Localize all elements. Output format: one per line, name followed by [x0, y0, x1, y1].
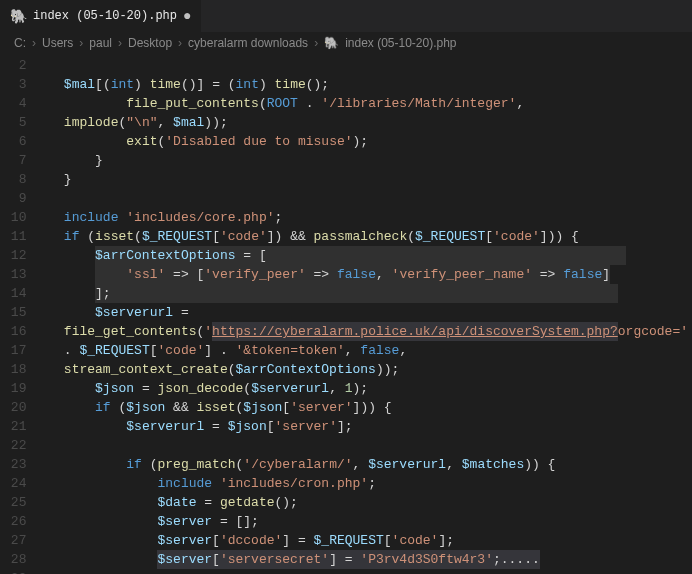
- code-line[interactable]: if (preg_match('/cyberalarm/', $serverur…: [40, 455, 688, 474]
- chevron-right-icon: ›: [79, 36, 83, 50]
- line-number: 28: [0, 550, 26, 569]
- line-number: 18: [0, 360, 26, 379]
- code-line[interactable]: $arrContextOptions = [: [40, 246, 688, 265]
- tab-active[interactable]: 🐘 index (05-10-20).php ●: [0, 0, 202, 32]
- tab-label: index (05-10-20).php: [33, 9, 177, 23]
- line-number: 25: [0, 493, 26, 512]
- line-gutter: 2 3 4 5 6 7 8 9 10 11 12 13 14 15 16 17 …: [0, 56, 40, 574]
- line-number: 6: [0, 132, 26, 151]
- code-line[interactable]: ];: [40, 284, 688, 303]
- line-number: 26: [0, 512, 26, 531]
- line-number: 17: [0, 341, 26, 360]
- code-content[interactable]: $mal[(int) time()] = (int) time(); file_…: [40, 56, 692, 574]
- line-number: 9: [0, 189, 26, 208]
- line-number: 15: [0, 303, 26, 322]
- line-number: 3: [0, 75, 26, 94]
- php-icon: 🐘: [324, 36, 339, 50]
- chevron-right-icon: ›: [118, 36, 122, 50]
- code-line[interactable]: include 'includes/cron.php';: [40, 474, 688, 493]
- chevron-right-icon: ›: [314, 36, 318, 50]
- code-line[interactable]: $json = json_decode($serverurl, 1);: [40, 379, 688, 398]
- bc-seg[interactable]: paul: [89, 36, 112, 50]
- line-number: 11: [0, 227, 26, 246]
- tab-bar: 🐘 index (05-10-20).php ●: [0, 0, 692, 32]
- code-line[interactable]: . $_REQUEST['code'] . '&token=token', fa…: [40, 341, 688, 360]
- line-number: 10: [0, 208, 26, 227]
- bc-seg[interactable]: index (05-10-20).php: [345, 36, 456, 50]
- line-number: 8: [0, 170, 26, 189]
- code-line[interactable]: $mal[(int) time()] = (int) time();: [40, 75, 688, 94]
- chevron-right-icon: ›: [32, 36, 36, 50]
- code-line[interactable]: file_put_contents(ROOT . '/libraries/Mat…: [40, 94, 688, 113]
- dirty-indicator-icon: ●: [183, 8, 191, 24]
- code-line[interactable]: [40, 56, 688, 75]
- line-number: 27: [0, 531, 26, 550]
- line-number: 13: [0, 265, 26, 284]
- bc-seg[interactable]: Users: [42, 36, 73, 50]
- line-number: 29: [0, 569, 26, 574]
- line-number: 19: [0, 379, 26, 398]
- code-line[interactable]: $server['serversecret'] = 'P3rv4d3S0ftw4…: [40, 550, 688, 569]
- line-number: 12: [0, 246, 26, 265]
- code-line[interactable]: 'ssl' => ['verify_peer' => false, 'verif…: [40, 265, 688, 284]
- breadcrumb[interactable]: C: › Users › paul › Desktop › cyberalarm…: [0, 32, 692, 56]
- code-line[interactable]: file_get_contents('https://cyberalarm.po…: [40, 322, 688, 341]
- line-number: 7: [0, 151, 26, 170]
- line-number: 4: [0, 94, 26, 113]
- code-line[interactable]: include 'includes/core.php';: [40, 208, 688, 227]
- code-line[interactable]: if ($json && isset($json['server'])) {: [40, 398, 688, 417]
- code-line[interactable]: $serverurl = $json['server'];: [40, 417, 688, 436]
- code-line[interactable]: }: [40, 170, 688, 189]
- code-line[interactable]: implode("\n", $mal));: [40, 113, 688, 132]
- code-line[interactable]: exit('Disabled due to misuse');: [40, 132, 688, 151]
- bc-seg[interactable]: C:: [14, 36, 26, 50]
- code-line[interactable]: $date = getdate();: [40, 493, 688, 512]
- line-number: 24: [0, 474, 26, 493]
- code-editor[interactable]: 2 3 4 5 6 7 8 9 10 11 12 13 14 15 16 17 …: [0, 56, 692, 574]
- line-number: 14: [0, 284, 26, 303]
- code-line[interactable]: $server = [];: [40, 512, 688, 531]
- bc-seg[interactable]: cyberalarm downloads: [188, 36, 308, 50]
- code-line[interactable]: [40, 189, 688, 208]
- code-line[interactable]: stream_context_create($arrContextOptions…: [40, 360, 688, 379]
- line-number: 16: [0, 322, 26, 341]
- line-number: 5: [0, 113, 26, 132]
- line-number: 2: [0, 56, 26, 75]
- code-line[interactable]: if (isset($_REQUEST['code']) && passmalc…: [40, 227, 688, 246]
- line-number: 20: [0, 398, 26, 417]
- bc-seg[interactable]: Desktop: [128, 36, 172, 50]
- code-line[interactable]: $server['dccode'] = $_REQUEST['code'];: [40, 531, 688, 550]
- code-line[interactable]: }: [40, 151, 688, 170]
- code-line[interactable]: [40, 569, 688, 574]
- chevron-right-icon: ›: [178, 36, 182, 50]
- code-line[interactable]: $serverurl =: [40, 303, 688, 322]
- line-number: 21: [0, 417, 26, 436]
- line-number: 22: [0, 436, 26, 455]
- php-icon: 🐘: [10, 8, 27, 25]
- line-number: 23: [0, 455, 26, 474]
- code-line[interactable]: [40, 436, 688, 455]
